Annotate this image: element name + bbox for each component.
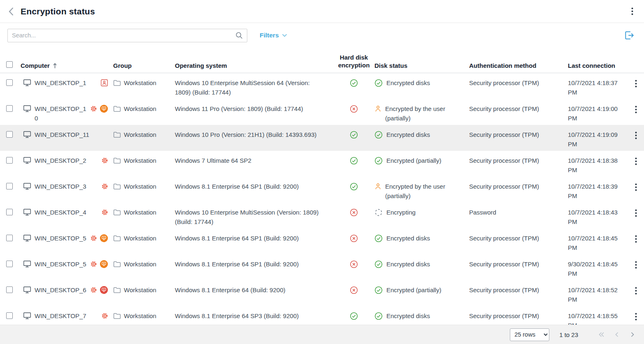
group-name: Workstation [124, 156, 156, 165]
x-circle-icon [350, 105, 358, 113]
row-checkbox[interactable] [6, 286, 13, 293]
column-header-computer[interactable]: Computer [21, 62, 113, 69]
row-checkbox[interactable] [6, 209, 13, 215]
auth-method: Security processor (TPM) [469, 312, 539, 319]
row-menu-button[interactable] [632, 260, 639, 270]
x-circle-icon [350, 234, 358, 242]
row-checkbox[interactable] [6, 131, 13, 138]
toolbar: Filters [0, 23, 644, 48]
os-name: Windows 8.1 Enterprise 64 SP3 (Build: 92… [175, 312, 299, 319]
first-page-button[interactable] [596, 330, 606, 339]
row-checkbox[interactable] [6, 183, 13, 189]
column-header-disk-status[interactable]: Disk status [374, 62, 469, 69]
row-checkbox[interactable] [6, 79, 13, 86]
computer-name[interactable]: WIN_DESKTOP_3 [35, 182, 86, 191]
auth-method: Security processor (TPM) [469, 105, 539, 112]
row-menu-button[interactable] [632, 131, 639, 140]
rows-per-page-select[interactable]: 25 rows [510, 328, 549, 341]
computer-name[interactable]: WIN_DESKTOP_1 [35, 78, 86, 88]
gear-icon [101, 312, 108, 319]
computer-name[interactable]: WIN_DESKTOP_5 [35, 259, 86, 269]
group-name: Workstation [124, 130, 156, 139]
disk-status-label: Encrypted disks [386, 130, 430, 139]
kebab-icon [635, 287, 637, 295]
table-row: WIN_DESKTOP_10WorkstationWindows 11 Pro … [0, 99, 644, 125]
computer-badges [87, 285, 108, 295]
auth-method: Security processor (TPM) [469, 286, 539, 293]
kebab-icon [635, 80, 637, 88]
page-title: Encryption status [21, 7, 95, 16]
disk-status-label: Encrypted disks [386, 259, 430, 269]
row-menu-button[interactable] [632, 105, 639, 114]
os-name: Windows 8.1 Enterprise 64 SP1 (Build: 92… [175, 183, 299, 190]
computer-name[interactable]: WIN_DESKTOP_5 [35, 233, 86, 243]
row-checkbox[interactable] [6, 312, 13, 319]
check-circle-icon [374, 260, 383, 269]
search-input[interactable] [7, 29, 247, 42]
os-name: Windows 8.1 Enterprise 64 (Build: 9200) [175, 286, 285, 293]
computer-name[interactable]: WIN_DESKTOP_6 [35, 285, 86, 295]
check-circle-icon [350, 182, 358, 191]
sort-ascending-icon[interactable] [53, 63, 57, 69]
row-menu-button[interactable] [632, 234, 639, 244]
check-circle-icon [374, 286, 383, 295]
row-checkbox[interactable] [6, 105, 13, 112]
disk-status-label: Encrypted disks [386, 78, 430, 88]
export-button[interactable] [623, 30, 635, 41]
row-menu-button[interactable] [632, 157, 639, 166]
row-checkbox[interactable] [6, 157, 13, 164]
computer-name[interactable]: WIN_DESKTOP_10 [35, 104, 87, 123]
row-checkbox[interactable] [6, 261, 13, 267]
monitor-icon [23, 234, 31, 243]
group-name: Workstation [124, 311, 156, 321]
table-row: WIN_DESKTOP_1WorkstationWindows 10 Enter… [0, 73, 644, 99]
gear-icon [90, 261, 97, 268]
back-button[interactable] [8, 7, 14, 16]
monitor-icon [23, 131, 31, 139]
last-connection: 10/7/2021 4:18:52 PM [568, 286, 618, 303]
gear-icon [90, 235, 97, 242]
column-header-os[interactable]: Operating system [175, 62, 333, 69]
x-circle-icon [350, 286, 358, 294]
check-circle-icon [350, 131, 358, 139]
user-icon [374, 182, 381, 201]
prev-page-button[interactable] [612, 330, 622, 339]
row-menu-button[interactable] [632, 208, 639, 218]
folder-icon [113, 209, 121, 217]
column-header-last-connection[interactable]: Last connection [568, 62, 628, 69]
screen-alert-orange-icon [100, 234, 108, 242]
folder-icon [113, 183, 121, 191]
os-name: Windows 10 Pro (Version: 21H1) (Build: 1… [175, 131, 316, 138]
auth-method: Security processor (TPM) [469, 183, 539, 190]
column-header-hard-disk-encryption[interactable]: Hard disk encryption [333, 53, 374, 69]
row-menu-button[interactable] [632, 79, 639, 88]
next-page-button[interactable] [628, 330, 637, 339]
table-row: WIN_DESKTOP_3WorkstationWindows 8.1 Ente… [0, 177, 644, 203]
page-menu-button[interactable] [629, 7, 636, 16]
last-connection: 10/7/2021 4:19:09 PM [568, 131, 618, 148]
row-checkbox[interactable] [6, 235, 13, 241]
select-all-checkbox[interactable] [6, 61, 13, 68]
column-header-authentication-method[interactable]: Authentication method [469, 62, 568, 69]
row-menu-button[interactable] [632, 286, 639, 296]
kebab-icon [635, 106, 637, 113]
computer-badges [98, 208, 108, 217]
computer-name[interactable]: WIN_DESKTOP_2 [35, 156, 86, 165]
check-circle-icon [350, 157, 358, 165]
search-icon[interactable] [235, 31, 244, 42]
row-menu-button[interactable] [632, 182, 639, 192]
table-row: WIN_DESKTOP_11WorkstationWindows 10 Pro … [0, 125, 644, 151]
folder-icon [113, 131, 121, 139]
computer-name[interactable]: WIN_DESKTOP_4 [35, 208, 86, 217]
filters-button[interactable]: Filters [260, 32, 287, 39]
computer-name[interactable]: WIN_DESKTOP_11 [35, 130, 89, 139]
column-header-group[interactable]: Group [113, 62, 175, 69]
table-row: WIN_DESKTOP_5WorkstationWindows 8.1 Ente… [0, 229, 644, 254]
computer-name[interactable]: WIN_DESKTOP_7 [35, 311, 86, 321]
monitor-icon [23, 79, 31, 88]
pagination-bar: 25 rows 1 to 23 [0, 325, 644, 344]
kebab-icon [635, 261, 637, 269]
last-connection: 10/7/2021 4:18:43 PM [568, 209, 618, 225]
row-menu-button[interactable] [632, 312, 639, 321]
search-box [7, 29, 247, 42]
